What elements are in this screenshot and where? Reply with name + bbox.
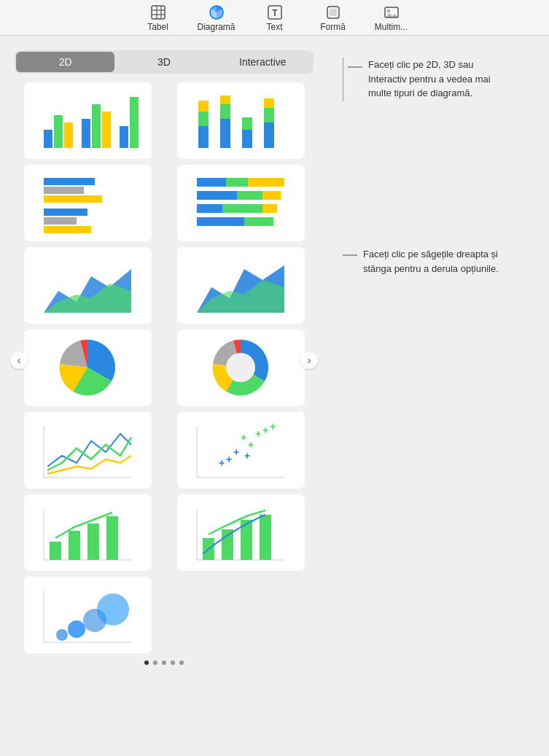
svg-rect-47	[244, 217, 273, 226]
toolbar-forma[interactable]: Formă	[304, 4, 362, 32]
svg-rect-44	[222, 204, 262, 213]
svg-rect-13	[54, 115, 63, 148]
svg-rect-21	[198, 112, 209, 126]
dot-4[interactable]	[171, 660, 175, 665]
svg-text:+: +	[262, 424, 268, 436]
chart-row-6	[15, 494, 314, 571]
svg-rect-37	[197, 178, 226, 187]
callout-arrows-text: Faceți clic pe săgețile dreapta și stâng…	[363, 247, 509, 276]
chart-panel: 2D 3D Interactive	[7, 43, 321, 677]
chart-item-line[interactable]	[24, 412, 152, 488]
svg-rect-24	[220, 104, 230, 119]
svg-text:+: +	[270, 421, 276, 432]
chart-item-bar-line2[interactable]	[177, 494, 305, 571]
chart-item-area2[interactable]	[177, 247, 305, 324]
dot-5[interactable]	[179, 660, 184, 665]
svg-text:T: T	[272, 8, 278, 18]
chart-item-donut[interactable]	[177, 330, 305, 406]
svg-rect-35	[44, 217, 77, 225]
tab-2d[interactable]: 2D	[16, 52, 114, 72]
toolbar-diagrama[interactable]: Diagramă	[187, 4, 246, 32]
forma-icon	[325, 4, 341, 20]
svg-rect-15	[82, 119, 90, 148]
chart-row-2	[15, 165, 314, 241]
svg-rect-40	[197, 191, 237, 200]
dot-2[interactable]	[153, 660, 157, 665]
chart-item-bubble[interactable]	[24, 577, 152, 653]
svg-rect-36	[44, 226, 91, 233]
svg-point-11	[387, 9, 390, 12]
dot-1[interactable]	[144, 660, 149, 665]
tabel-icon	[150, 4, 166, 20]
text-label: Text	[266, 22, 282, 32]
chart-item-area[interactable]	[24, 247, 152, 324]
svg-text:+: +	[219, 457, 225, 469]
chart-item-hbar-stacked[interactable]	[177, 165, 305, 241]
svg-rect-42	[262, 191, 281, 200]
svg-rect-75	[222, 529, 233, 560]
svg-point-81	[68, 620, 85, 638]
svg-text:+: +	[233, 446, 239, 458]
chart-row-5: + + + + + + + + +	[15, 412, 314, 488]
svg-rect-14	[64, 122, 73, 148]
svg-rect-70	[87, 523, 99, 560]
svg-point-83	[97, 593, 129, 626]
svg-text:+: +	[244, 450, 250, 461]
multim-label: Multim...	[375, 22, 408, 32]
tab-interactive[interactable]: Interactive	[214, 52, 312, 72]
dot-3[interactable]	[162, 660, 166, 665]
chart-item-pie[interactable]	[24, 330, 152, 406]
chart-row-7	[15, 577, 314, 653]
svg-text:+: +	[248, 439, 254, 451]
svg-rect-22	[198, 101, 209, 112]
chart-item-hbar-grouped[interactable]	[24, 165, 152, 241]
svg-rect-45	[262, 204, 277, 213]
chart-row-3	[15, 247, 314, 324]
svg-rect-39	[248, 178, 284, 187]
svg-rect-30	[264, 98, 274, 108]
toolbar-multim[interactable]: Multim...	[362, 4, 421, 32]
svg-text:+: +	[255, 428, 261, 440]
svg-rect-32	[44, 187, 84, 194]
nav-arrow-right[interactable]: ›	[300, 351, 318, 369]
callout-arrows: Faceți clic pe săgețile dreapta și stâng…	[343, 247, 542, 276]
toolbar-text[interactable]: T Text	[246, 4, 304, 32]
left-arrow-icon: ‹	[17, 354, 21, 366]
svg-rect-34	[44, 209, 87, 216]
svg-rect-28	[264, 122, 274, 148]
nav-arrow-left[interactable]: ‹	[10, 351, 28, 369]
svg-rect-20	[198, 126, 209, 148]
tab-selector: 2D 3D Interactive	[15, 50, 314, 74]
chart-panel-wrapper: 2D 3D Interactive	[0, 43, 328, 677]
svg-rect-46	[197, 217, 244, 226]
chart-item-bar-grouped[interactable]	[24, 82, 152, 159]
chart-placeholder	[177, 577, 305, 653]
svg-rect-33	[44, 195, 102, 203]
svg-rect-71	[106, 516, 118, 560]
diagrama-label: Diagramă	[197, 22, 235, 32]
svg-rect-18	[120, 126, 128, 148]
svg-rect-9	[330, 9, 337, 16]
svg-rect-0	[152, 6, 165, 19]
svg-rect-16	[92, 104, 101, 148]
svg-rect-23	[220, 119, 230, 148]
svg-rect-12	[44, 130, 52, 148]
text-icon: T	[267, 4, 283, 20]
tab-3d[interactable]: 3D	[114, 52, 213, 72]
svg-rect-43	[197, 204, 222, 213]
chart-row-1	[15, 82, 314, 159]
svg-rect-27	[242, 117, 252, 130]
right-arrow-icon: ›	[308, 354, 311, 366]
chart-item-scatter[interactable]: + + + + + + + + +	[177, 412, 305, 488]
forma-label: Formă	[320, 22, 346, 32]
chart-item-bar-line1[interactable]	[24, 494, 152, 571]
callout-tabs-text: Faceți clic pe 2D, 3D sau Interactiv pen…	[368, 58, 514, 101]
svg-rect-25	[220, 96, 230, 104]
chart-item-bar-stacked[interactable]	[177, 82, 305, 159]
svg-point-80	[56, 629, 68, 641]
diagrama-icon	[209, 4, 225, 20]
callout-tabs: Faceți clic pe 2D, 3D sau Interactiv pen…	[343, 58, 542, 101]
svg-rect-31	[44, 178, 95, 185]
main-container: 2D 3D Interactive	[0, 36, 549, 677]
toolbar-tabel[interactable]: Tabel	[129, 4, 187, 32]
